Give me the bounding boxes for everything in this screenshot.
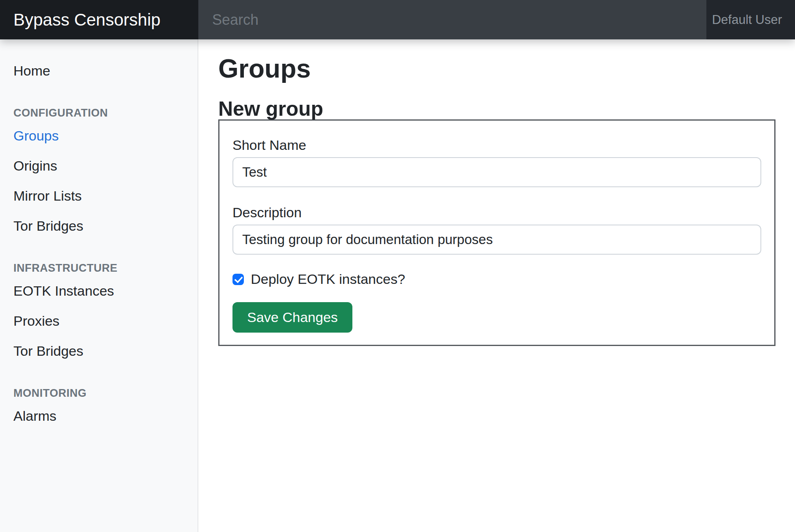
- description-label: Description: [232, 205, 761, 220]
- sidebar-section-infrastructure: INFRASTRUCTURE: [0, 260, 198, 276]
- sidebar-section-monitoring: MONITORING: [0, 385, 198, 401]
- short-name-group: Short Name: [232, 138, 761, 187]
- short-name-label: Short Name: [232, 138, 761, 152]
- page-layout: Home CONFIGURATION Groups Origins Mirror…: [0, 39, 795, 532]
- top-navbar: Bypass Censorship Default User: [0, 0, 795, 39]
- sidebar-item-origins[interactable]: Origins: [0, 151, 198, 181]
- sidebar-item-eotk-instances[interactable]: EOTK Instances: [0, 276, 198, 306]
- sidebar-item-tor-bridges-config[interactable]: Tor Bridges: [0, 211, 198, 241]
- sidebar-item-home[interactable]: Home: [0, 56, 198, 86]
- sidebar-section-configuration: CONFIGURATION: [0, 105, 198, 121]
- deploy-eotk-checkbox[interactable]: [232, 274, 244, 285]
- search-input[interactable]: [198, 0, 706, 39]
- deploy-eotk-label[interactable]: Deploy EOTK instances?: [251, 271, 405, 288]
- new-group-form: Short Name Description Deploy EOTK insta…: [218, 119, 775, 346]
- sidebar-item-alarms[interactable]: Alarms: [0, 401, 198, 431]
- sidebar: Home CONFIGURATION Groups Origins Mirror…: [0, 39, 198, 532]
- sidebar-item-mirror-lists[interactable]: Mirror Lists: [0, 181, 198, 211]
- sidebar-nav-list: Home CONFIGURATION Groups Origins Mirror…: [0, 56, 198, 431]
- sidebar-item-proxies[interactable]: Proxies: [0, 306, 198, 336]
- short-name-input[interactable]: [232, 157, 761, 187]
- app-brand[interactable]: Bypass Censorship: [0, 0, 198, 39]
- page-title: Groups: [218, 53, 775, 84]
- save-changes-button[interactable]: Save Changes: [232, 302, 352, 333]
- navbar-search-section: [198, 0, 706, 39]
- deploy-eotk-row: Deploy EOTK instances?: [232, 271, 761, 288]
- section-title: New group: [218, 98, 775, 119]
- description-group: Description: [232, 205, 761, 255]
- description-input[interactable]: [232, 225, 761, 255]
- sidebar-item-tor-bridges-infra[interactable]: Tor Bridges: [0, 336, 198, 366]
- main-content: Groups New group Short Name Description …: [198, 39, 795, 532]
- sidebar-item-groups[interactable]: Groups: [0, 121, 198, 151]
- user-menu[interactable]: Default User: [706, 0, 795, 39]
